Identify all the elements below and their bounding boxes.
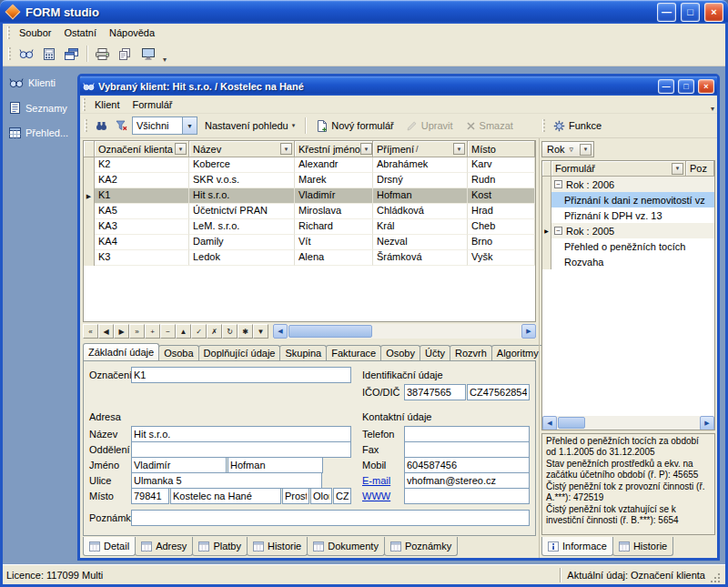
- delete-form-button[interactable]: Smazat: [460, 116, 519, 136]
- sidebar-item-prehledy[interactable]: Přehled...: [9, 127, 76, 138]
- grid-cell[interactable]: Alexandr: [295, 157, 373, 173]
- ulice-field[interactable]: [131, 472, 322, 489]
- grid-cell[interactable]: LeM. s.r.o.: [189, 219, 295, 235]
- app-titlebar[interactable]: FORM studio — □ ×: [0, 0, 728, 24]
- kraj-field[interactable]: [310, 488, 332, 504]
- menu-soubor[interactable]: Soubor: [13, 25, 57, 40]
- nav-first-button[interactable]: «: [83, 324, 98, 339]
- scrollbar-track[interactable]: [557, 416, 700, 430]
- grid-cell[interactable]: Koberce: [189, 157, 295, 173]
- filter-arrow-icon[interactable]: ▼: [280, 143, 292, 155]
- mobil-field[interactable]: [404, 457, 530, 473]
- menu-napoveda[interactable]: Nápověda: [103, 25, 161, 40]
- grid-cell[interactable]: Král: [373, 219, 468, 235]
- form-item-row[interactable]: Přehled o peněžních tocích: [542, 238, 714, 254]
- scroll-left-icon[interactable]: ◀: [273, 324, 288, 339]
- grid-cell[interactable]: Kost: [468, 188, 535, 204]
- grid-cell[interactable]: K2: [95, 157, 189, 173]
- cancel-filter-button[interactable]: [112, 116, 130, 136]
- grid-cell[interactable]: KA4: [95, 235, 189, 250]
- menubar-grip[interactable]: [7, 26, 10, 39]
- oznaceni-field[interactable]: [131, 367, 351, 383]
- jmeno-field[interactable]: [131, 457, 227, 473]
- www-link-label[interactable]: WWW: [362, 491, 390, 501]
- grid-cell[interactable]: Hit s.r.o.: [189, 188, 295, 204]
- column-header-krestni-jmeno[interactable]: Křestní jméno▼: [295, 141, 373, 157]
- client-menubar-overflow[interactable]: ▾: [708, 105, 717, 113]
- grid-cell[interactable]: Damily: [189, 235, 295, 250]
- filter-arrow-icon[interactable]: ▼: [580, 144, 592, 156]
- filter-arrow-icon[interactable]: ▼: [175, 143, 187, 155]
- grid-cell[interactable]: Cheb: [468, 219, 535, 235]
- form-item-row[interactable]: Přiznání k DPH vz. 13: [542, 207, 714, 223]
- grid-cell[interactable]: Abrahámek: [373, 157, 468, 173]
- email-link-label[interactable]: E-mail: [362, 475, 390, 486]
- collapse-icon[interactable]: −: [554, 227, 562, 235]
- menu-formular[interactable]: Formulář: [126, 97, 179, 112]
- functions-grip[interactable]: [542, 119, 545, 132]
- scrollbar-track[interactable]: [288, 324, 521, 339]
- toolbar-grip[interactable]: [8, 47, 11, 60]
- grid-cell[interactable]: Hrad: [468, 204, 535, 219]
- sidebar-item-seznamy[interactable]: Seznamy: [9, 102, 76, 114]
- new-form-button[interactable]: Nový formulář: [310, 116, 399, 136]
- nav-cancel-button[interactable]: ✗: [207, 324, 222, 339]
- tab-informace[interactable]: Informace: [541, 537, 613, 556]
- client-row[interactable]: KA4 Damily Vít Nezval Brno: [84, 235, 535, 250]
- tab-doplnujici-udaje[interactable]: Doplňující údaje: [198, 345, 281, 360]
- form-group-row-current[interactable]: ▶ −Rok : 2005: [542, 223, 714, 238]
- grid-cell[interactable]: KA2: [95, 173, 189, 188]
- menu-klient[interactable]: Klient: [88, 97, 126, 112]
- grid-cell[interactable]: Miroslava: [295, 204, 373, 219]
- nav-refresh-button[interactable]: ↻: [222, 324, 238, 339]
- dic-field[interactable]: [467, 384, 530, 400]
- nav-filter-button[interactable]: ▼: [253, 324, 268, 339]
- tab-detail[interactable]: Detail: [83, 537, 136, 556]
- lists-toolbar-button[interactable]: [38, 44, 59, 64]
- grid-cell[interactable]: Karv: [468, 157, 535, 173]
- stat-field[interactable]: [333, 488, 351, 504]
- column-header-formular[interactable]: Formulář▼: [551, 161, 686, 177]
- grid-cell[interactable]: Hofman: [373, 188, 468, 204]
- forms-hscrollbar[interactable]: ◀ ▶: [542, 416, 714, 430]
- sidebar-item-klienti[interactable]: Klienti: [9, 77, 76, 88]
- tab-ucty[interactable]: Účty: [420, 345, 450, 360]
- grid-cell[interactable]: Vladimír: [295, 188, 373, 204]
- nav-next-button[interactable]: ▶: [114, 324, 129, 339]
- grid-cell[interactable]: KA5: [95, 204, 189, 219]
- collapse-icon[interactable]: −: [554, 180, 562, 188]
- grid-cell[interactable]: Vyšk: [468, 250, 535, 266]
- filter-arrow-icon[interactable]: ▼: [453, 143, 465, 155]
- psc-field[interactable]: [131, 488, 169, 504]
- tab-historie-formulare[interactable]: Historie: [612, 537, 673, 556]
- minimize-button[interactable]: —: [657, 3, 676, 22]
- nazev-field[interactable]: [131, 426, 351, 442]
- scroll-left-icon[interactable]: ◀: [542, 416, 557, 430]
- tab-poznamky[interactable]: Poznámky: [384, 537, 458, 556]
- grid-cell[interactable]: Richard: [295, 219, 373, 235]
- tab-skupina[interactable]: Skupina: [279, 345, 327, 360]
- client-toolbar-grip[interactable]: [85, 119, 87, 132]
- view-settings-button[interactable]: Nastavení pohledu ▾: [199, 116, 300, 136]
- client-row[interactable]: KA5 Účetnictví PRAN Miroslava Chládková …: [84, 204, 535, 219]
- tab-adresy[interactable]: Adresy: [135, 537, 193, 556]
- group-by-rok[interactable]: Rok ▿ ▼: [541, 141, 594, 157]
- scroll-right-icon[interactable]: ▶: [700, 416, 714, 430]
- grid-cell[interactable]: Chládková: [373, 204, 468, 219]
- grid-hscrollbar[interactable]: ◀ ▶: [273, 324, 536, 339]
- grid-cell[interactable]: Nezval: [373, 235, 468, 250]
- tab-algoritmy[interactable]: Algoritmy: [491, 345, 544, 360]
- nav-prior-button[interactable]: ◀: [98, 324, 114, 339]
- grid-cell[interactable]: KA3: [95, 219, 189, 235]
- tab-fakturace[interactable]: Fakturace: [326, 345, 381, 360]
- windows-toolbar-button[interactable]: [61, 44, 82, 64]
- oddeleni-field[interactable]: [131, 441, 351, 458]
- menu-ostatni[interactable]: Ostatní: [57, 25, 102, 40]
- edit-form-button[interactable]: Upravit: [401, 116, 459, 136]
- scrollbar-thumb[interactable]: [558, 417, 585, 429]
- search-client-button[interactable]: [92, 116, 110, 136]
- client-row[interactable]: KA3 LeM. s.r.o. Richard Král Cheb: [84, 219, 535, 235]
- grid-cell[interactable]: Účetnictví PRAN: [189, 204, 295, 219]
- tab-rozvrh[interactable]: Rozvrh: [450, 345, 492, 360]
- nav-last-button[interactable]: »: [129, 324, 145, 339]
